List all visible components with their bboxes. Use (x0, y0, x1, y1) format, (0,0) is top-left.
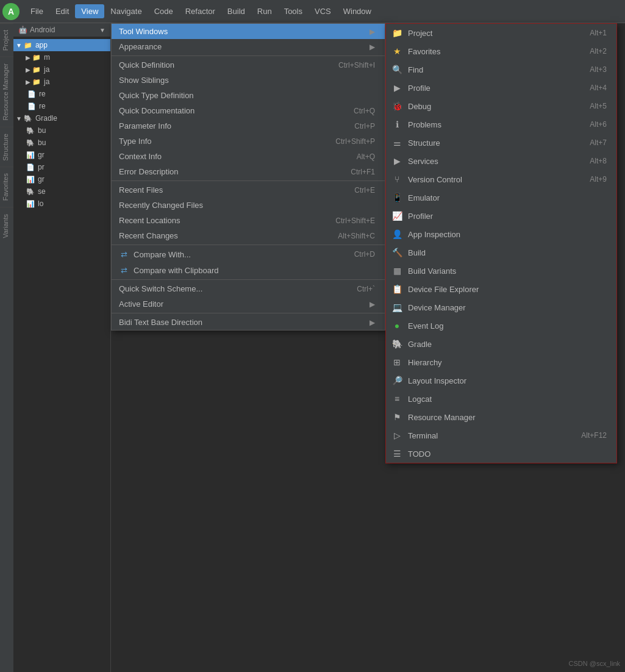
menu-item-bidi-text[interactable]: Bidi Text Base Direction ▶ (112, 315, 385, 330)
tw-item-structure[interactable]: ⚌ Structure Alt+7 (386, 134, 616, 152)
emulator-icon: 📱 (391, 191, 403, 204)
tab-favorites[interactable]: Favorites (0, 166, 13, 207)
tw-label-find: Find (408, 65, 423, 74)
menu-item-error-desc[interactable]: Error Description Ctrl+F1 (112, 164, 385, 179)
tree-label-gr1: gr (38, 151, 45, 159)
menu-item-quick-doc[interactable]: Quick Documentation Ctrl+Q (112, 103, 385, 118)
tree-item-app[interactable]: ▼ 📁 app (13, 39, 110, 51)
tw-item-event-log[interactable]: ● Event Log (386, 316, 616, 335)
recent-locations-shortcut: Ctrl+Shift+E (335, 216, 375, 225)
tw-item-debug[interactable]: 🐞 Debug Alt+5 (386, 97, 616, 115)
tw-item-todo[interactable]: ☰ TODO (386, 445, 616, 463)
tw-item-find[interactable]: 🔍 Find Alt+3 (386, 60, 616, 79)
folder-icon-m: 📁 (32, 52, 41, 62)
menu-item-appearance[interactable]: Appearance ▶ (112, 39, 385, 54)
menu-file[interactable]: File (24, 4, 49, 18)
quick-doc-shortcut: Ctrl+Q (354, 107, 375, 115)
tree-item-pr[interactable]: 📄 pr (13, 161, 110, 173)
tree-label-bu1: bu (38, 126, 46, 135)
menu-navigate[interactable]: Navigate (104, 4, 148, 18)
show-siblings-label: Show Siblings (119, 76, 169, 85)
expand-icon-m: ▶ (26, 54, 30, 61)
tw-item-emulator[interactable]: 📱 Emulator (386, 188, 616, 207)
tab-structure[interactable]: Structure (0, 127, 13, 167)
tree-item-gr2[interactable]: 📊 gr (13, 173, 110, 185)
menu-tools[interactable]: Tools (278, 4, 309, 18)
menu-item-show-siblings[interactable]: Show Siblings (112, 73, 385, 88)
menu-refactor[interactable]: Refactor (179, 4, 221, 18)
menu-item-recently-changed[interactable]: Recently Changed Files (112, 198, 385, 213)
tw-item-logcat[interactable]: ≡ Logcat (386, 390, 616, 408)
tw-item-favorites[interactable]: ★ Favorites Alt+2 (386, 42, 616, 60)
tw-item-profiler[interactable]: 📈 Profiler (386, 207, 616, 225)
tw-item-problems[interactable]: ℹ Problems Alt+6 (386, 115, 616, 134)
menu-item-recent-files[interactable]: Recent Files Ctrl+E (112, 182, 385, 198)
menu-build[interactable]: Build (221, 4, 251, 18)
tree-item-ja2[interactable]: ▶ 📁 ja (13, 76, 110, 88)
tab-project[interactable]: Project (0, 23, 13, 57)
tw-item-app-inspection[interactable]: 👤 App Inspection (386, 225, 616, 243)
tree-item-lo[interactable]: 📊 lo (13, 198, 110, 210)
menu-item-context-info[interactable]: Context Info Alt+Q (112, 149, 385, 164)
type-info-shortcut: Ctrl+Shift+P (335, 137, 375, 146)
tree-item-re1[interactable]: 📄 re (13, 88, 110, 100)
tw-item-terminal[interactable]: ▷ Terminal Alt+F12 (386, 426, 616, 445)
recent-locations-label: Recent Locations (119, 216, 180, 225)
tw-item-profile[interactable]: ▶ Profile Alt+4 (386, 79, 616, 97)
tab-variants[interactable]: Variants (0, 207, 13, 245)
project-icon: 📁 (391, 27, 403, 39)
project-panel-dropdown[interactable]: ▼ (99, 27, 105, 34)
menu-item-quick-switch[interactable]: Quick Switch Scheme... Ctrl+` (112, 281, 385, 296)
tw-label-problems: Problems (408, 120, 441, 129)
tw-item-services[interactable]: ▶ Services Alt+8 (386, 152, 616, 170)
todo-icon: ☰ (391, 448, 403, 460)
compare-with-shortcut: Ctrl+D (354, 250, 375, 259)
tree-item-gr1[interactable]: 📊 gr (13, 149, 110, 161)
menu-view[interactable]: View (75, 4, 104, 18)
menu-item-quick-type[interactable]: Quick Type Definition (112, 88, 385, 103)
menu-code[interactable]: Code (148, 4, 179, 18)
tw-item-version-control[interactable]: ⑂ Version Control Alt+9 (386, 170, 616, 188)
menu-item-recent-locations[interactable]: Recent Locations Ctrl+Shift+E (112, 213, 385, 228)
tree-item-gradle[interactable]: ▼ 🐘 Gradle (13, 112, 110, 124)
chart-icon-lo: 📊 (26, 199, 35, 209)
tree-item-bu1[interactable]: 🐘 bu (13, 124, 110, 137)
compare-with-icon: ⇄ (119, 249, 129, 259)
expand-icon: ▼ (16, 42, 22, 49)
menu-item-compare-with[interactable]: ⇄ Compare With... Ctrl+D (112, 246, 385, 262)
tree-item-ja1[interactable]: ▶ 📁 ja (13, 63, 110, 76)
tw-item-build-variants[interactable]: ▦ Build Variants (386, 262, 616, 280)
tw-item-build[interactable]: 🔨 Build (386, 243, 616, 262)
menu-item-quick-definition[interactable]: Quick Definition Ctrl+Shift+I (112, 57, 385, 73)
menu-item-param-info[interactable]: Parameter Info Ctrl+P (112, 118, 385, 134)
tw-item-resource-manager[interactable]: ⚑ Resource Manager (386, 408, 616, 426)
tw-item-layout-inspector[interactable]: 🔎 Layout Inspector (386, 371, 616, 390)
tw-item-gradle[interactable]: 🐘 Gradle (386, 335, 616, 353)
menu-vcs[interactable]: VCS (309, 4, 337, 18)
tw-label-layout-inspector: Layout Inspector (408, 376, 466, 385)
tw-item-device-manager[interactable]: 💻 Device Manager (386, 298, 616, 316)
menu-item-type-info[interactable]: Type Info Ctrl+Shift+P (112, 134, 385, 149)
tw-item-hierarchy[interactable]: ⊞ Hierarchy (386, 353, 616, 371)
tree-item-m[interactable]: ▶ 📁 m (13, 51, 110, 63)
menu-item-compare-clipboard[interactable]: ⇄ Compare with Clipboard (112, 262, 385, 278)
folder-icon: 📁 (23, 40, 33, 50)
compare-clipboard-icon: ⇄ (119, 265, 129, 275)
menu-edit[interactable]: Edit (49, 4, 75, 18)
tw-item-device-file-explorer[interactable]: 📋 Device File Explorer (386, 280, 616, 298)
tab-resource-manager[interactable]: Resource Manager (0, 57, 13, 127)
tw-label-hierarchy: Hierarchy (408, 358, 442, 367)
menu-item-active-editor[interactable]: Active Editor ▶ (112, 296, 385, 312)
expand-icon-ja1: ▶ (26, 66, 30, 73)
gradle-icon-se: 🐘 (26, 187, 35, 196)
submenu-arrow-appearance: ▶ (370, 43, 375, 51)
menu-window[interactable]: Window (337, 4, 377, 18)
menu-item-recent-changes[interactable]: Recent Changes Alt+Shift+C (112, 228, 385, 243)
tree-item-se[interactable]: 🐘 se (13, 185, 110, 198)
menu-run[interactable]: Run (251, 4, 278, 18)
tree-item-bu2[interactable]: 🐘 bu (13, 137, 110, 149)
tree-item-re2[interactable]: 📄 re (13, 100, 110, 112)
menu-item-tool-windows[interactable]: Tool Windows ▶ (112, 24, 385, 39)
context-info-shortcut: Alt+Q (357, 152, 375, 161)
tw-item-project[interactable]: 📁 Project Alt+1 (386, 24, 616, 42)
